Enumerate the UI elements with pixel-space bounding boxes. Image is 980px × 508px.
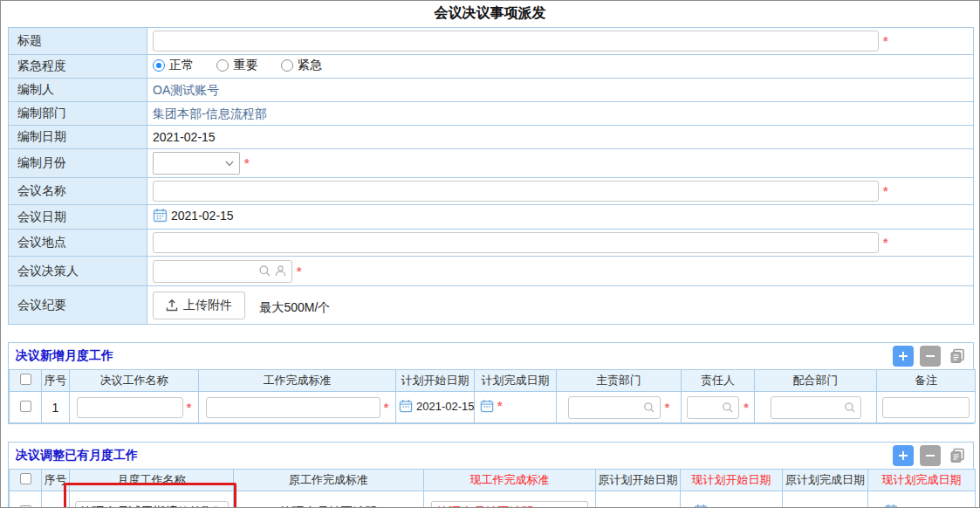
- radio-normal[interactable]: 正常: [153, 58, 194, 73]
- support-dept-input[interactable]: [776, 401, 841, 414]
- required-marker: *: [744, 401, 748, 415]
- section-new-monthly-work: 决议新增月度工作 序号 决议工作名称 工作完成标准 计划开始日期 计划完成日期 …: [8, 342, 974, 424]
- upload-size-hint: 最大500M/个: [259, 300, 330, 314]
- radio-important[interactable]: 重要: [216, 58, 257, 73]
- note-input[interactable]: [882, 397, 970, 418]
- standard-input[interactable]: [206, 397, 380, 418]
- upload-attachment-button[interactable]: 上传附件: [153, 292, 245, 319]
- title-input[interactable]: [153, 31, 879, 51]
- meeting-name-label: 会议名称: [9, 178, 147, 205]
- urgency-label: 紧急程度: [9, 55, 147, 79]
- required-marker: *: [883, 184, 887, 198]
- add-row-button[interactable]: [893, 346, 914, 367]
- title-label: 标题: [9, 28, 147, 55]
- add-row-button[interactable]: [893, 445, 914, 466]
- section-new-title: 决议新增月度工作: [16, 348, 113, 364]
- form-row-urgency: 紧急程度 正常 重要 紧急: [9, 55, 974, 79]
- radio-urgent-label: 紧急: [298, 58, 322, 73]
- lead-dept-input[interactable]: [573, 401, 641, 414]
- copy-icon: [949, 347, 966, 365]
- required-marker: *: [883, 34, 887, 48]
- col-standard: 工作完成标准: [199, 370, 396, 392]
- calendar-icon[interactable]: [884, 504, 898, 508]
- section-new-toolbar: 决议新增月度工作: [9, 343, 973, 369]
- form-row-meeting-date: 会议日期 2021-02-15: [9, 205, 974, 230]
- col-orig-start: 原计划开始日期: [596, 470, 681, 491]
- copy-icon: [949, 447, 966, 464]
- row-checkbox[interactable]: [20, 401, 31, 412]
- form-row-month: 编制月份 *: [9, 149, 974, 178]
- col-seq: 序号: [42, 470, 70, 491]
- form-row-author: 编制人 OA测试账号: [9, 79, 974, 102]
- form-row-dept: 编制部门 集团本部-信息流程部: [9, 102, 974, 126]
- search-icon[interactable]: [844, 402, 856, 414]
- adjust-work-data-row: 1 管理人员转正述职 2021-02-01 2021-02-01: [10, 491, 976, 508]
- radio-important-label: 重要: [233, 58, 257, 73]
- required-marker: *: [297, 264, 301, 278]
- monthly-work-name-input[interactable]: [80, 505, 208, 508]
- plus-icon: [898, 351, 908, 361]
- new-standard-input[interactable]: [431, 501, 588, 508]
- meeting-place-input[interactable]: [153, 232, 879, 253]
- required-marker: *: [244, 156, 249, 170]
- page-title: 会议决议事项派发: [8, 1, 972, 27]
- meeting-place-label: 会议地点: [9, 230, 147, 257]
- row-seq: 1: [42, 491, 70, 508]
- calendar-icon[interactable]: [694, 504, 708, 508]
- meeting-name-input[interactable]: [153, 181, 879, 202]
- required-marker: *: [384, 401, 388, 415]
- col-new-finish: 现计划完成日期: [868, 470, 976, 491]
- month-label: 编制月份: [9, 149, 147, 178]
- remove-row-button[interactable]: [920, 346, 941, 367]
- new-finish-value: 2021-02-28: [901, 505, 960, 508]
- col-new-start: 现计划开始日期: [681, 470, 783, 491]
- required-marker: *: [665, 401, 669, 415]
- col-new-standard: 现工作完成标准: [424, 470, 596, 491]
- required-marker: *: [187, 401, 191, 415]
- search-icon[interactable]: [258, 264, 271, 278]
- form-row-create-date: 编制日期 2021-02-15: [9, 126, 974, 149]
- chevron-down-icon: [225, 161, 234, 167]
- upload-icon: [166, 299, 178, 312]
- form-row-title: 标题 *: [9, 28, 974, 55]
- new-start-value: 2021-02-01: [711, 505, 770, 508]
- form-row-minutes: 会议纪要 上传附件 最大500M/个: [9, 286, 974, 325]
- adjust-work-header-row: 序号 月度工作名称 原工作完成标准 现工作完成标准 原计划开始日期 现计划开始日…: [10, 470, 976, 491]
- search-icon[interactable]: [722, 402, 734, 414]
- section-adjust-toolbar: 决议调整已有月度工作: [9, 443, 973, 469]
- meeting-date-label: 会议日期: [9, 205, 147, 230]
- row-checkbox[interactable]: [20, 505, 31, 508]
- radio-urgent[interactable]: 紧急: [281, 58, 322, 73]
- col-plan-start: 计划开始日期: [396, 370, 475, 392]
- person-icon[interactable]: [274, 264, 287, 278]
- copy-row-button[interactable]: [947, 346, 968, 367]
- create-date-value: 2021-02-15: [153, 130, 216, 144]
- plan-start-value: 2021-02-15: [416, 400, 475, 413]
- col-work-name: 决议工作名称: [70, 370, 199, 392]
- month-select[interactable]: [153, 152, 240, 175]
- radio-unselected-icon: [281, 59, 293, 72]
- calendar-icon[interactable]: [480, 399, 494, 413]
- decision-maker-input[interactable]: [158, 264, 256, 278]
- owner-input[interactable]: [692, 401, 719, 414]
- remove-row-button[interactable]: [920, 445, 941, 466]
- calendar-icon[interactable]: [153, 208, 168, 223]
- select-all-checkbox[interactable]: [20, 473, 31, 484]
- work-name-input[interactable]: [77, 397, 183, 418]
- plus-icon: [898, 450, 908, 461]
- search-icon[interactable]: [643, 402, 655, 414]
- col-monthly-work-name: 月度工作名称: [70, 470, 234, 491]
- copy-row-button[interactable]: [947, 445, 968, 466]
- adjust-work-table: 序号 月度工作名称 原工作完成标准 现工作完成标准 原计划开始日期 现计划开始日…: [9, 469, 976, 508]
- col-seq: 序号: [42, 370, 70, 392]
- section-adjust-title: 决议调整已有月度工作: [16, 448, 138, 463]
- author-label: 编制人: [9, 79, 147, 102]
- calendar-icon[interactable]: [399, 399, 413, 413]
- author-value: OA测试账号: [153, 83, 219, 97]
- meeting-date-value: 2021-02-15: [171, 209, 234, 223]
- radio-normal-label: 正常: [169, 58, 194, 73]
- form-row-meeting-name: 会议名称 *: [9, 178, 974, 205]
- select-all-checkbox[interactable]: [20, 374, 31, 385]
- decision-maker-label: 会议决策人: [9, 257, 147, 286]
- section-adjust-monthly-work: 决议调整已有月度工作 序号 月度工作名称 原工作完成标准 现工作完成标准 原计划…: [8, 442, 974, 508]
